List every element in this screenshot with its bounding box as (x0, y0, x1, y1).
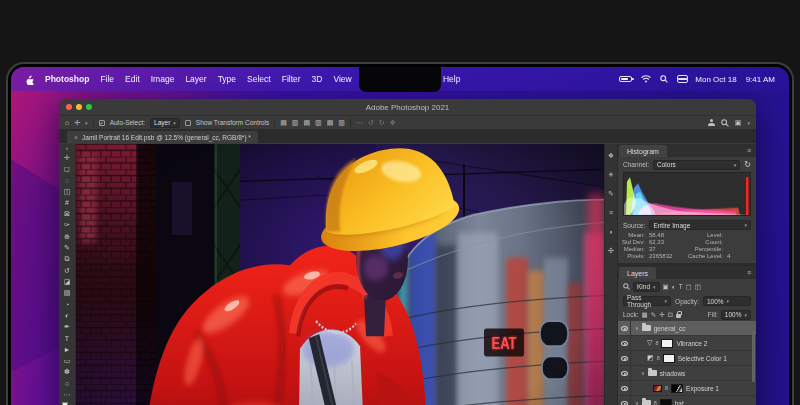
filter-type-layers-icon[interactable]: T (679, 283, 683, 290)
show-transform-checkbox[interactable] (185, 120, 191, 126)
histogram-refresh-icon[interactable]: ↻ (744, 160, 751, 169)
marquee-tool[interactable]: ◻ (59, 163, 75, 174)
workspace-switcher-icon[interactable]: ▣ (735, 119, 742, 126)
opacity-dropdown[interactable]: 100%▾ (703, 296, 751, 306)
lock-position-icon[interactable]: ✛ (659, 311, 664, 319)
mask-thumbnail[interactable] (671, 384, 683, 393)
fill-dropdown[interactable]: 100%▾ (721, 310, 751, 320)
mask-thumbnail[interactable] (663, 354, 675, 363)
align-left-icon[interactable]: ▤ (280, 119, 287, 126)
clone-stamp-tool[interactable]: ⧉ (59, 254, 75, 265)
document-canvas[interactable]: EAT EAT (76, 144, 604, 405)
lock-artboard-icon[interactable]: ⊡ (668, 311, 673, 319)
layers-scrollbar[interactable] (752, 330, 755, 382)
collapsed-panel-color-icon[interactable]: ◗ (609, 228, 613, 235)
eyedropper-tool[interactable]: ✑ (59, 220, 75, 231)
healing-brush-tool[interactable]: ⊕ (59, 231, 75, 242)
type-tool[interactable]: T (59, 333, 75, 344)
document-tab[interactable]: × Jamil Portrait 16 Edit.psb @ 12.5% (ge… (67, 131, 258, 143)
layer-thumbnail[interactable] (653, 385, 662, 392)
layer-row-exposure[interactable]: 8 Exposure 1 (618, 381, 756, 396)
source-dropdown[interactable]: Entire Image▾ (649, 220, 751, 230)
menu-select[interactable]: Select (247, 74, 271, 84)
menu-view[interactable]: View (333, 74, 351, 84)
color-swatches[interactable] (62, 402, 72, 405)
collapsed-panel-brushes-icon[interactable]: ❖ (608, 152, 614, 159)
filter-adjustment-layers-icon[interactable]: ◐ (672, 283, 676, 290)
toolbar-expand-icon[interactable]: » (66, 145, 69, 152)
layers-panel-menu-icon[interactable]: ≡ (747, 269, 751, 276)
visibility-toggle[interactable] (618, 336, 631, 350)
align-top-icon[interactable]: ▥ (315, 119, 322, 126)
histogram-tab[interactable]: Histogram (619, 145, 667, 157)
window-titlebar[interactable]: Adobe Photoshop 2021 (59, 99, 756, 115)
lock-pixels-icon[interactable]: ✎ (651, 311, 656, 319)
menu-3d[interactable]: 3D (312, 74, 323, 84)
align-right-icon[interactable]: ▤ (303, 119, 310, 126)
filter-shape-layers-icon[interactable]: ▢ (686, 283, 692, 291)
layer-row-selective-color[interactable]: ◩ 8 Selective Color 1 (618, 351, 756, 366)
menu-edit[interactable]: Edit (125, 74, 140, 84)
lock-transparency-icon[interactable]: ▦ (642, 311, 648, 319)
move-tool-icon[interactable]: ✛ (74, 119, 80, 126)
layers-tab[interactable]: Layers (619, 267, 656, 279)
align-center-h-icon[interactable]: ▥ (292, 119, 299, 126)
visibility-toggle[interactable] (618, 351, 631, 365)
eraser-tool[interactable]: ◪ (59, 276, 75, 287)
align-ellipsis-icon[interactable]: ⋯ (356, 119, 363, 126)
layer-row-general-cc[interactable]: ∨ general_cc (618, 321, 756, 336)
layer-row-shadows[interactable]: ∨ shadows (618, 366, 756, 381)
tool-preset-caret-icon[interactable]: ▾ (85, 120, 88, 126)
object-selection-tool[interactable]: ◫ (59, 186, 75, 197)
ps-search-icon[interactable] (721, 119, 729, 127)
hand-tool[interactable]: ✽ (59, 367, 75, 378)
chevron-down-icon[interactable]: ∨ (635, 325, 639, 331)
visibility-toggle[interactable] (618, 396, 631, 405)
layer-row-hat[interactable]: ∨ 8 hat (618, 396, 756, 405)
gradient-tool[interactable]: ▨ (59, 288, 75, 299)
apple-logo-icon[interactable] (25, 74, 34, 85)
mask-thumbnail[interactable] (661, 339, 673, 348)
auto-select-dropdown[interactable]: Layer▾ (150, 118, 180, 128)
menu-clock-date[interactable]: Mon Oct 18 (695, 75, 736, 84)
lock-all-icon[interactable] (676, 314, 681, 318)
edit-toolbar-button[interactable]: ⋯ (59, 389, 75, 400)
pen-tool[interactable]: ✒ (59, 321, 75, 332)
visibility-toggle[interactable] (618, 366, 631, 380)
menu-help[interactable]: Help (443, 74, 460, 84)
path-selection-tool[interactable]: ► (59, 344, 75, 355)
collapsed-panel-history-icon[interactable]: ✣ (608, 247, 614, 254)
share-image-icon[interactable] (708, 119, 715, 126)
menu-file[interactable]: File (100, 74, 114, 84)
auto-select-checkbox[interactable]: ✓ (99, 120, 105, 126)
menu-image[interactable]: Image (151, 74, 175, 84)
frame-tool[interactable]: ⊠ (59, 208, 75, 219)
collapsed-panel-properties-icon[interactable]: ≡ (609, 209, 613, 216)
channel-dropdown[interactable]: Colors▾ (653, 160, 740, 170)
wifi-icon[interactable] (641, 75, 651, 83)
close-document-icon[interactable]: × (74, 134, 78, 141)
blur-tool[interactable]: ◔ (59, 299, 75, 310)
crop-tool[interactable]: # (59, 197, 75, 208)
brush-tool[interactable]: ✎ (59, 242, 75, 253)
chevron-down-icon[interactable]: ∨ (641, 370, 645, 376)
layer-row-vibrance[interactable]: ▽ 8 Vibrance 2 (618, 336, 756, 351)
rectangle-tool[interactable]: ▭ (59, 355, 75, 366)
blend-mode-dropdown[interactable]: Pass Through▾ (623, 296, 671, 306)
visibility-toggle[interactable] (618, 321, 631, 335)
dodge-tool[interactable]: ◐ (59, 310, 75, 321)
collapsed-panel-paths-icon[interactable]: ✎ (608, 190, 614, 197)
chevron-down-icon[interactable]: ∨ (635, 400, 639, 405)
menu-filter[interactable]: Filter (282, 74, 301, 84)
histogram-panel-menu-icon[interactable]: ≡ (747, 147, 751, 154)
home-icon[interactable]: ⌂ (65, 119, 69, 126)
filter-smart-objects-icon[interactable]: ◫ (695, 283, 701, 291)
align-bottom-icon[interactable]: ▥ (338, 119, 345, 126)
move-tool[interactable]: ✛ (59, 152, 75, 163)
battery-icon[interactable] (619, 76, 632, 82)
menu-app-name[interactable]: Photoshop (45, 74, 89, 84)
mask-thumbnail[interactable] (660, 399, 672, 405)
visibility-toggle[interactable] (618, 381, 631, 395)
filter-pixel-layers-icon[interactable]: ▣ (663, 283, 669, 291)
collapsed-panel-adjustments-icon[interactable]: ☀ (608, 171, 614, 178)
